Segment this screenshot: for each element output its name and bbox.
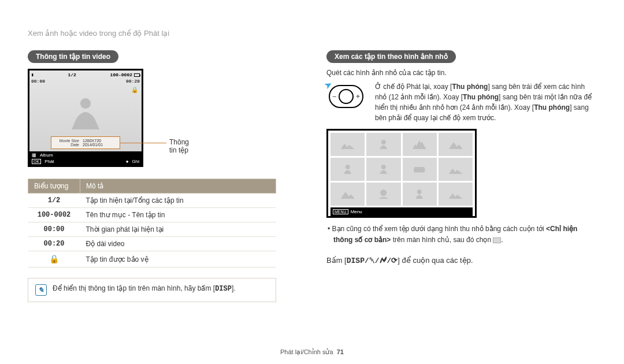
- rec-label: Ghi: [132, 159, 139, 164]
- dial-minus-icon: −: [332, 92, 336, 101]
- lcd-duration: 00:20: [126, 79, 140, 84]
- thumbnail: [366, 133, 400, 156]
- cell-desc: Thời gian phát lại hiện tại: [80, 222, 276, 237]
- thumbnail: [439, 158, 473, 181]
- page-footer: Phát lại/Chỉnh sửa 71: [0, 348, 624, 356]
- menu-label: Menu: [351, 209, 362, 214]
- cell-desc: Độ dài video: [80, 237, 276, 251]
- disp-key: DISP: [215, 285, 232, 293]
- lcd-screen: ▮ 1/2 100-0002 00:00 00:20 🔒 Movie Size: [28, 69, 143, 167]
- icon-description-table: Biểu tượng Mô tả 1/2Tập tin hiện tại/Tổn…: [28, 179, 276, 268]
- video-preview-silhouette: [57, 94, 114, 134]
- zoom-dial-block: ➤ − + Ở chế độ Phát lại, xoay [Thu phóng…: [326, 81, 596, 123]
- table-row: 100-0002Tên thư mục - Tên tập tin: [28, 208, 276, 222]
- thumbnail: [330, 158, 365, 181]
- dial-knob-icon: [339, 89, 354, 104]
- album-icon: ▦: [32, 153, 36, 158]
- thumbnail: [439, 183, 473, 206]
- zoom-dial-illustration: ➤ − +: [326, 81, 367, 110]
- lcd-file-icon: ▮: [31, 72, 34, 77]
- footer-section: Phát lại/Chỉnh sửa: [280, 348, 333, 355]
- info-val-moviesize: 1280X720: [83, 139, 101, 143]
- callout-label: Thông tin tệp: [169, 138, 189, 154]
- file-info-callout: Movie Size1280X720 Date2014/01/01: [51, 136, 120, 149]
- note-icon: ✎: [35, 284, 47, 296]
- callout-leader-line: [120, 143, 166, 143]
- note-box: ✎ Để hiển thị thông tin tập tin trên màn…: [28, 278, 276, 302]
- thumbnail-grid: [330, 133, 473, 206]
- thumbnail: [330, 183, 365, 206]
- svg-point-1: [380, 190, 387, 196]
- nav-keys: DISP/␡/🗲/⟳: [347, 257, 398, 265]
- play-label: Phát: [44, 159, 54, 164]
- cell-icon: 00:00: [28, 222, 80, 237]
- thumbnail: [403, 133, 437, 156]
- lcd-counter: 1/2: [68, 72, 76, 77]
- th-icon: Biểu tượng: [28, 179, 80, 194]
- th-desc: Mô tả: [80, 179, 276, 194]
- lock-icon: 🔒: [131, 87, 138, 93]
- ok-keycap: OK: [32, 159, 41, 164]
- lcd-with-callout: ▮ 1/2 100-0002 00:00 00:20 🔒 Movie Size: [28, 69, 184, 167]
- bullet-scroll-tip: Bạn cũng có thể xem tệp dưới dạng hình t…: [326, 224, 596, 246]
- cell-desc: Tên thư mục - Tên tập tin: [80, 208, 276, 222]
- thumbnail: [403, 158, 437, 181]
- thumbnail-grid-frame: MENU Menu: [326, 129, 477, 218]
- cell-desc: Tập tin hiện tại/Tổng các tập tin: [80, 194, 276, 208]
- cell-icon: 100-0002: [28, 208, 80, 222]
- press-keys-line: Bấm [DISP/␡/🗲/⟳] để cuộn qua các tệp.: [326, 256, 596, 265]
- thumbnail-menu-bar: MENU Menu: [330, 207, 473, 216]
- left-column: Thông tin tập tin video ▮ 1/2 100-0002 0…: [28, 50, 298, 302]
- cell-icon: 1/2: [28, 194, 80, 208]
- lock-icon: 🔒: [28, 251, 80, 268]
- lcd-time-elapsed: 00:00: [31, 79, 45, 84]
- info-val-date: 2014/01/01: [83, 143, 103, 147]
- thumbnail: [403, 183, 437, 206]
- svg-rect-0: [414, 167, 425, 173]
- cell-icon: 00:20: [28, 237, 80, 251]
- breadcrumb: Xem ảnh hoặc video trong chế độ Phát lại: [28, 29, 596, 38]
- menu-keycap: MENU: [333, 209, 348, 214]
- zoom-dial-text: Ở chế độ Phát lại, xoay [Thu phóng] sang…: [375, 81, 596, 123]
- album-label: Album: [40, 153, 53, 158]
- table-row: 00:20Độ dài video: [28, 237, 276, 251]
- section-pill-thumbnails: Xem các tập tin theo hình ảnh nhỏ: [326, 50, 456, 63]
- thumbnail: [439, 133, 473, 156]
- table-row: 🔒Tập tin được bảo vệ: [28, 251, 276, 268]
- cell-desc: Tập tin được bảo vệ: [80, 251, 276, 268]
- section-pill-video-info: Thông tin tập tin video: [28, 50, 118, 63]
- thumbnail-mode-icon: [493, 237, 501, 243]
- battery-icon: [134, 73, 140, 77]
- thumbnails-intro: Quét các hình ảnh nhỏ của các tập tin.: [326, 69, 596, 77]
- thumbnail: [366, 183, 400, 206]
- info-key-date: Date: [55, 143, 83, 147]
- thumbnail: [366, 158, 400, 181]
- table-row: 1/2Tập tin hiện tại/Tổng các tập tin: [28, 194, 276, 208]
- thumbnail: [330, 133, 365, 156]
- lcd-folder-file: 100-0002: [110, 72, 132, 77]
- rec-dot-icon: ●: [126, 159, 129, 164]
- table-row: 00:00Thời gian phát lại hiện tại: [28, 222, 276, 237]
- info-key-moviesize: Movie Size: [55, 139, 83, 143]
- right-column: Xem các tập tin theo hình ảnh nhỏ Quét c…: [326, 50, 596, 302]
- lcd-bottom-bar: ▦ Album OK Phát ● Ghi: [29, 151, 142, 165]
- dial-plus-icon: +: [356, 92, 360, 101]
- note-text: Để hiển thị thông tin tập tin trên màn h…: [53, 284, 236, 293]
- footer-page-number: 71: [337, 348, 344, 355]
